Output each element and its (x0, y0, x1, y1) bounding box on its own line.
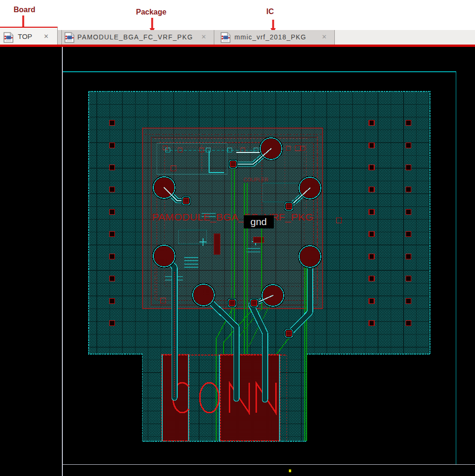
svg-text:gnd: gnd (250, 216, 267, 227)
svg-text:.....................: ..................... (178, 240, 213, 244)
svg-text:COUPLER: COUPLER (243, 177, 268, 182)
svg-text:PAMODULE_BGA_FC_VRF_PKG: PAMODULE_BGA_FC_VRF_PKG (152, 212, 313, 223)
